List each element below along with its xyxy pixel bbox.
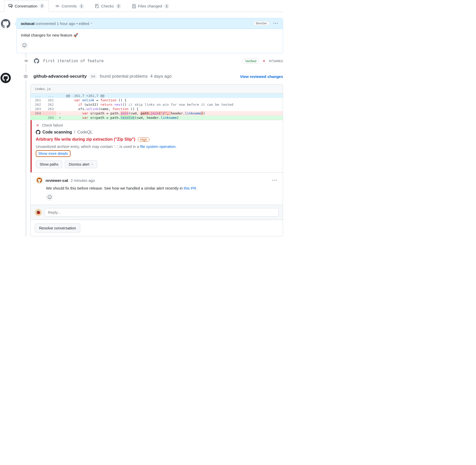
pr-tabs: Conversation 2 Commits 1 Checks 2 Files … [0,0,283,12]
file-diff-icon [132,4,136,8]
review-comment-time[interactable]: 2 minutes ago [71,178,95,183]
review-header: github-advanced-security bot found poten… [16,69,283,84]
tab-conversation-count: 2 [39,3,45,8]
commit-timeline-icon [23,57,30,65]
view-reviewed-link[interactable]: View reviewed changes [240,74,283,79]
review-bot-avatar[interactable] [0,72,11,84]
scanner-tool: CodeQL [77,130,93,135]
kebab-icon [272,178,277,182]
tab-commits[interactable]: Commits 1 [51,0,88,12]
resolve-conversation-button[interactable]: Resolve conversation [35,223,80,233]
octocat-avatar-icon [1,19,10,28]
alert-title: Arbitrary file write during zip extracti… [36,137,135,142]
caret-down-icon [91,163,93,166]
bot-badge: bot [89,74,97,79]
comment-body: Initial changes for new feature 🚀 [17,29,283,42]
reply-area: 🐞 [31,205,283,220]
comment-discussion-icon [8,4,13,8]
caret-down-icon[interactable] [90,22,93,25]
tab-files[interactable]: Files changed 1 [128,0,174,12]
x-icon [262,59,266,63]
diff-filename[interactable]: index.js [31,84,283,94]
comment-header: octocat commented 1 hour ago • edited Me… [17,18,283,29]
initial-comment: octocat commented 1 hour ago • edited Me… [16,18,283,53]
diff-line: 262262 if (win32) return next() // skip … [31,102,283,107]
resolve-area: Resolve conversation [31,220,283,236]
comment-author[interactable]: octocat [21,21,34,26]
show-paths-button[interactable]: Show paths [36,160,62,168]
cat-avatar-icon [37,178,42,183]
diff-line: 263263 xfs.unlink(name, function () { [31,107,283,111]
review-action: found potential problems [100,74,148,79]
dismiss-alert-button[interactable]: Dismiss alert [65,160,97,168]
commit-author-avatar[interactable] [33,57,40,65]
review-comment-body: We should fix this before release. See h… [46,186,278,190]
diff-line: 261261 var onlink = function () { [31,98,283,102]
reviewer-name[interactable]: reviewer-cat [46,178,68,183]
review-icon [22,72,30,81]
alert-description: Unsanitized archive entry, which may con… [36,144,279,149]
tab-files-label: Files changed [138,4,162,8]
commit-status-x[interactable] [262,59,266,63]
diff-table: ...... @@ -261,7 +261,7 @@ 261261 var on… [31,94,283,120]
role-badge: Member [253,21,269,26]
comment-author-avatar[interactable] [0,18,11,29]
scanner-name-bold: Code scanning [42,130,72,135]
comment-time[interactable]: 1 hour ago [57,21,75,26]
github-icon [36,130,40,135]
verified-badge[interactable]: Verified [242,58,259,64]
eye-icon [24,74,28,78]
alert-desc-link[interactable]: file system operation [140,144,176,149]
tab-files-count: 1 [164,4,169,9]
commit-message[interactable]: First iteration of feature [43,59,104,63]
add-reaction-button[interactable] [21,42,28,49]
review-comment-menu[interactable] [271,177,278,183]
kebab-icon [274,21,278,25]
show-more-details-link[interactable]: Show more details [36,150,70,157]
add-reaction-button[interactable] [46,193,53,201]
tab-commits-label: Commits [61,4,77,8]
review-author[interactable]: github-advanced-security [33,74,87,79]
tab-checks-label: Checks [101,4,114,8]
octocat-mini-icon [34,58,39,64]
tab-checks[interactable]: Checks 2 [91,0,126,12]
tab-commits-count: 1 [79,4,84,9]
github-mark-icon [2,75,9,81]
reviewer-avatar[interactable] [36,177,43,184]
pr-link[interactable]: this PR [184,186,196,190]
review-comment: reviewer-cat 2 minutes ago We should fix… [31,172,283,205]
diff-line-removed: 264- var srcpath = path.join(cwd, path.j… [31,111,283,115]
git-commit-icon [55,4,59,8]
diff-line-added: 264+ var srcpath = path.resolve(cwd, hea… [31,115,283,120]
tab-checks-count: 2 [116,4,121,9]
code-scanning-alert: Check failure Code scanning / CodeQL Arb… [31,120,283,172]
comment-menu[interactable] [272,20,279,26]
check-failure-label: Check failure [42,123,63,127]
severity-badge: High [138,137,149,142]
commit-sha[interactable]: 0f500b5 [269,59,283,63]
diff-hunk-row: ...... @@ -261,7 +261,7 @@ [31,94,283,98]
commit-row: First iteration of feature Verified 0f50… [16,53,283,69]
tab-conversation-label: Conversation [15,4,37,8]
smiley-icon [48,195,52,199]
current-user-avatar[interactable]: 🐞 [35,209,42,216]
failure-x-icon [36,123,39,127]
review-time[interactable]: 4 days ago [150,74,172,79]
diff-panel: index.js ...... @@ -261,7 +261,7 @@ 2612… [30,84,283,236]
smiley-icon [22,43,27,47]
git-commit-icon [24,59,28,63]
reply-input[interactable] [45,208,279,217]
tab-conversation[interactable]: Conversation 2 [4,0,49,12]
comment-edited: • edited [76,21,89,26]
comment-action: commented [36,21,56,26]
checklist-icon [95,4,99,8]
